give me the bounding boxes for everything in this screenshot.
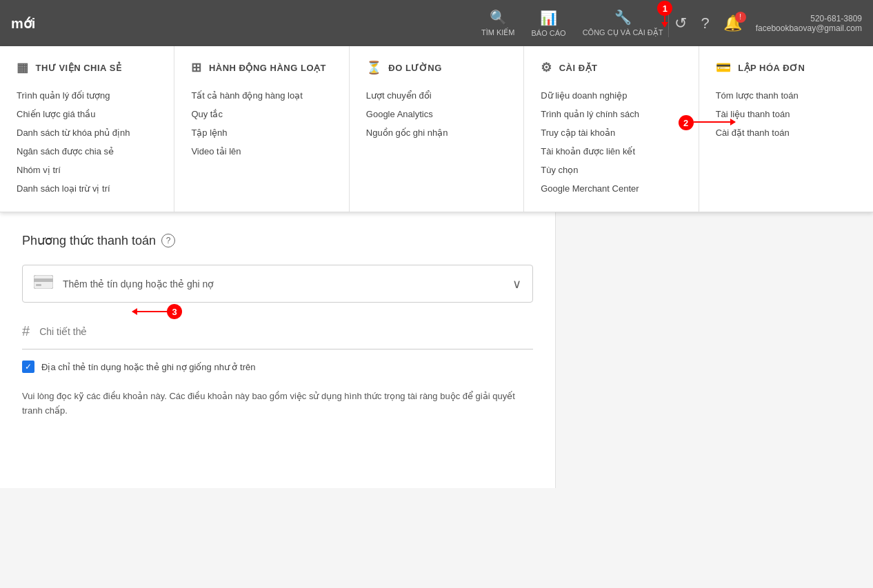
col-header-do-luong: ⏳ ĐO LƯỜNG: [366, 60, 507, 75]
refresh-button[interactable]: ↺: [674, 14, 687, 32]
menu-item-tai-lieu[interactable]: Tài liệu thanh toán: [716, 105, 856, 123]
content-right-panel: [556, 212, 873, 488]
notification-button[interactable]: 🔔 !: [723, 14, 742, 32]
settings-icon: ⚙: [541, 60, 552, 75]
menu-item-cai-dat-thanh-toan[interactable]: Cài đặt thanh toán: [716, 123, 856, 142]
menu-item-tu-khoa[interactable]: Danh sách từ khóa phủ định: [17, 123, 157, 142]
search-icon: 🔍: [490, 9, 507, 26]
col-header-lap-hoa-don: 💳 LẬP HÓA ĐƠN: [716, 60, 856, 75]
library-icon: ▦: [17, 60, 29, 75]
credit-card-icon: [34, 275, 53, 292]
menu-item-doi-tuong[interactable]: Trình quản lý đối tượng: [17, 86, 157, 105]
annotation-2-arrow: [694, 121, 735, 123]
menu-item-chuyen-doi[interactable]: Lượt chuyển đổi: [366, 86, 507, 105]
bulk-icon: ⊞: [191, 60, 202, 75]
menu-item-tom-luoc[interactable]: Tóm lược thanh toán: [716, 86, 856, 105]
help-icon-button[interactable]: ?: [161, 234, 175, 247]
col-header-hanh-dong: ⊞ HÀNH ĐỘNG HÀNG LOẠT: [191, 60, 332, 75]
menu-item-nguon-goc[interactable]: Nguồn gốc ghi nhận: [366, 123, 507, 142]
section-title: Phương thức thanh toán ?: [22, 233, 533, 248]
menu-item-chinh-sach[interactable]: Trình quản lý chính sách: [541, 105, 681, 123]
dropdown-col-hanh-dong: ⊞ HÀNH ĐỘNG HÀNG LOẠT Tất cả hành động h…: [174, 46, 349, 212]
tools-label: CÔNG CỤ VÀ CÀI ĐẶT: [583, 28, 663, 37]
menu-item-ngan-sach[interactable]: Ngân sách được chia sẻ: [17, 142, 157, 161]
menu-item-tuy-chon[interactable]: Tùy chọn: [541, 161, 681, 179]
add-card-label: Thêm thẻ tín dụng hoặc thẻ ghi nợ: [63, 278, 512, 290]
menu-item-tat-ca-hanh-dong[interactable]: Tất cả hành động hàng loạt: [191, 86, 332, 105]
menu-item-google-analytics[interactable]: Google Analytics: [366, 105, 507, 123]
dropdown-col-cai-dat: ⚙ CÀI ĐẶT Dữ liệu doanh nghiệp Trình quả…: [524, 46, 699, 212]
svg-rect-1: [34, 278, 53, 282]
menu-item-gia-thau[interactable]: Chiến lược giá thầu: [17, 105, 157, 123]
col-header-label-0: THƯ VIỆN CHIA SẺ: [36, 63, 122, 73]
checkbox-label-text: Địa chỉ thẻ tín dụng hoặc thẻ ghi nợ giố…: [41, 362, 256, 372]
col-header-label-2: ĐO LƯỜNG: [388, 63, 442, 73]
billing-icon: 💳: [716, 60, 732, 75]
chevron-down-icon: ∨: [512, 276, 521, 292]
dropdown-menu: ▦ THƯ VIỆN CHIA SẺ Trình quản lý đối tượ…: [0, 46, 873, 212]
tools-icon: 🔧: [614, 9, 632, 26]
annotation-1: 1: [657, 1, 672, 16]
user-phone: 520-681-3809: [756, 14, 862, 23]
search-label: TÌM KIẾM: [481, 28, 515, 37]
dropdown-col-lap-hoa-don: 💳 LẬP HÓA ĐƠN Tóm lược thanh toán Tài li…: [699, 46, 873, 212]
menu-item-video[interactable]: Video tải lên: [191, 142, 332, 161]
section-title-text: Phương thức thanh toán: [22, 233, 156, 248]
menu-item-tap-lenh[interactable]: Tập lệnh: [191, 123, 332, 142]
col-header-label-4: LẬP HÓA ĐƠN: [738, 63, 805, 73]
col-header-cai-dat: ⚙ CÀI ĐẶT: [541, 60, 681, 75]
menu-item-merchant[interactable]: Google Merchant Center: [541, 179, 681, 198]
card-detail-input[interactable]: [39, 326, 533, 337]
main-content: Phương thức thanh toán ? Thêm thẻ tín dụ…: [0, 212, 873, 488]
checkmark-icon: ✓: [25, 362, 32, 372]
app-logo: mới: [11, 15, 35, 32]
user-email: facebookbaovay@gmail.com: [756, 23, 862, 33]
annotation-2-badge: 2: [679, 115, 694, 130]
menu-item-nhom-vi-tri[interactable]: Nhóm vị trí: [17, 161, 157, 179]
add-card-row[interactable]: Thêm thẻ tín dụng hoặc thẻ ghi nợ ∨: [22, 265, 533, 303]
nav-tools[interactable]: 🔧 CÔNG CỤ VÀ CÀI ĐẶT 1: [583, 9, 663, 37]
card-detail-row: # 3: [22, 314, 533, 349]
menu-item-du-lieu[interactable]: Dữ liệu doanh nghiệp: [541, 86, 681, 105]
menu-item-loai-tru[interactable]: Danh sách loại trừ vị trí: [17, 179, 157, 198]
top-navigation: mới 🔍 TÌM KIẾM 📊 BÁO CÁO 🔧 CÔNG CỤ VÀ CÀ…: [0, 0, 873, 46]
dropdown-col-thu-vien-chia-se: ▦ THƯ VIỆN CHIA SẺ Trình quản lý đối tượ…: [0, 46, 174, 212]
payment-form-section: Phương thức thanh toán ? Thêm thẻ tín dụ…: [0, 212, 556, 488]
help-button[interactable]: ?: [701, 14, 709, 32]
notification-badge: !: [735, 12, 746, 23]
nav-reports[interactable]: 📊 BÁO CÁO: [532, 10, 566, 37]
dropdown-col-do-luong: ⏳ ĐO LƯỜNG Lượt chuyển đổi Google Analyt…: [350, 46, 524, 212]
menu-item-quy-tac[interactable]: Quy tắc: [191, 105, 332, 123]
nav-icons-group: 🔍 TÌM KIẾM 📊 BÁO CÁO 🔧 CÔNG CỤ VÀ CÀI ĐẶ…: [481, 9, 663, 37]
annotation-3-arrow: [132, 311, 167, 312]
menu-item-tai-khoan-lien-ket[interactable]: Tài khoản được liên kết: [541, 142, 681, 161]
col-header-label-1: HÀNH ĐỘNG HÀNG LOẠT: [209, 63, 326, 73]
col-header-thu-vien: ▦ THƯ VIỆN CHIA SẺ: [17, 60, 157, 75]
svg-rect-2: [36, 284, 41, 286]
nav-search[interactable]: 🔍 TÌM KIẾM: [481, 9, 515, 37]
user-info[interactable]: 520-681-3809 facebookbaovay@gmail.com: [756, 14, 862, 33]
annotation-3-badge: 3: [167, 304, 182, 319]
measure-icon: ⏳: [366, 60, 382, 75]
reports-icon: 📊: [540, 10, 557, 26]
annotation-1-arrow: [664, 14, 665, 27]
terms-text: Vui lòng đọc kỹ các điều khoản này. Các …: [22, 389, 533, 418]
reports-label: BÁO CÁO: [532, 29, 566, 37]
menu-item-truy-cap[interactable]: Truy cập tài khoản: [541, 123, 681, 142]
nav-right-icons: ↺ ? 🔔 ! 520-681-3809 facebookbaovay@gmai…: [674, 14, 862, 33]
address-checkbox[interactable]: ✓: [22, 361, 34, 373]
hash-icon: #: [22, 323, 30, 339]
checkbox-row: ✓ Địa chỉ thẻ tín dụng hoặc thẻ ghi nợ g…: [22, 361, 533, 373]
col-header-label-3: CÀI ĐẶT: [559, 63, 598, 73]
